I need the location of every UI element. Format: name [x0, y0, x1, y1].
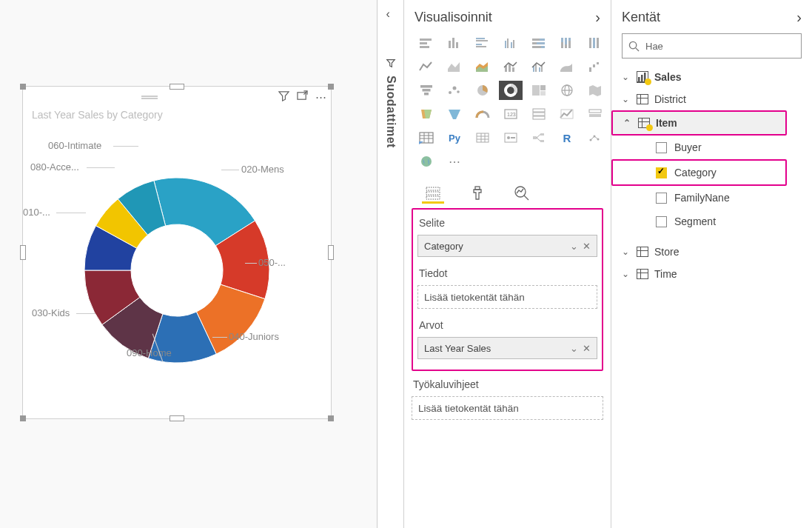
svg-rect-51 [532, 85, 540, 96]
search-icon [628, 41, 640, 52]
r-visual-icon[interactable]: R [555, 128, 579, 147]
fields-tab[interactable] [422, 183, 444, 204]
ribbon-chart-icon[interactable] [555, 57, 579, 76]
key-influencers-icon[interactable] [499, 128, 523, 147]
checkbox-unchecked-icon[interactable] [656, 216, 667, 227]
shape-map-icon[interactable] [415, 104, 438, 124]
stacked-area-icon[interactable] [471, 57, 494, 76]
legend-well-label: Selite [417, 214, 597, 235]
filters-icon [386, 58, 396, 68]
treemap-icon[interactable] [527, 81, 551, 100]
donut-chart-visual[interactable]: ⋯ Last Year Sales by Category 020-Mens 0… [22, 86, 332, 419]
chevron-down-icon[interactable]: ⌄ [570, 241, 578, 252]
remove-icon[interactable]: ✕ [583, 241, 591, 252]
highlighted-item-table: ⌃ Item [611, 110, 787, 136]
more-visuals-icon[interactable]: ⋯ [443, 152, 466, 171]
stacked-bar-icon[interactable] [415, 33, 438, 53]
svg-rect-14 [513, 40, 514, 48]
expand-filters-icon[interactable]: ‹ [386, 7, 395, 21]
funnel-chart-icon[interactable] [443, 104, 466, 124]
stacked-bar-100-icon[interactable] [527, 33, 551, 53]
table-icon [637, 269, 648, 279]
scatter-icon[interactable] [443, 81, 466, 100]
analytics-tab[interactable] [511, 183, 533, 204]
hundred-stacked-bar-icon[interactable] [583, 33, 607, 53]
checkbox-unchecked-icon[interactable] [656, 142, 667, 153]
filters-pane-label: Suodattimet [384, 76, 397, 148]
field-familyname[interactable]: FamilyNane [611, 186, 812, 210]
format-tab[interactable] [466, 183, 489, 204]
table-visual-icon[interactable] [415, 128, 438, 147]
svg-rect-20 [541, 46, 545, 48]
resize-handle[interactable] [170, 84, 184, 90]
checkbox-checked-icon[interactable] [656, 167, 667, 178]
focus-mode-icon[interactable] [297, 90, 308, 104]
filled-map-icon[interactable] [583, 81, 607, 100]
field-label: FamilyNane [674, 192, 730, 204]
donut-icon[interactable] [499, 81, 523, 100]
legend-well-item[interactable]: Category ⌄ ✕ [417, 235, 597, 257]
table-district[interactable]: ⌄ District [611, 88, 812, 110]
stacked-column-100-icon[interactable] [555, 33, 579, 53]
area-chart-icon[interactable] [443, 57, 466, 76]
collapse-pane-icon[interactable]: › [595, 9, 600, 26]
tooltips-well-empty[interactable]: Lisää tietokentät tähän [412, 396, 603, 420]
svg-rect-38 [539, 67, 540, 72]
filter-icon[interactable] [278, 90, 289, 104]
collapse-pane-icon[interactable]: › [796, 9, 802, 26]
field-buyer[interactable]: Buyer [611, 136, 812, 159]
svg-rect-72 [477, 133, 489, 142]
table-item[interactable]: ⌃ Item [613, 112, 785, 134]
qa-visual-icon[interactable] [583, 128, 607, 147]
svg-rect-9 [476, 44, 482, 45]
python-visual-icon[interactable]: Py [443, 128, 466, 147]
resize-handle[interactable] [20, 84, 26, 90]
resize-handle[interactable] [328, 84, 334, 90]
field-segment[interactable]: Segment [611, 210, 812, 233]
svg-rect-7 [476, 38, 485, 39]
slicer-icon[interactable] [583, 104, 607, 124]
details-well-empty[interactable]: Lisää tietokentät tähän [417, 285, 597, 309]
fields-search-input[interactable]: Hae [622, 33, 802, 59]
kpi-icon[interactable] [555, 104, 579, 124]
line-clustered-column-icon[interactable] [527, 57, 551, 76]
filters-pane-collapsed[interactable]: ‹ Suodattimet [378, 0, 404, 528]
table-sales[interactable]: ⌄ Sales [611, 66, 812, 88]
svg-rect-99 [638, 77, 640, 81]
table-time[interactable]: ⌄ Time [611, 263, 812, 285]
drag-grip-icon[interactable] [141, 96, 158, 99]
gauge-icon[interactable] [471, 104, 494, 124]
card-icon[interactable]: 123 [499, 104, 523, 124]
arcgis-icon[interactable] [415, 152, 438, 171]
table-icon [637, 71, 648, 83]
svg-line-84 [537, 138, 540, 141]
legend-field-name: Category [424, 241, 463, 252]
report-canvas[interactable]: ⋯ Last Year Sales by Category 020-Mens 0… [0, 0, 378, 528]
svg-rect-53 [540, 91, 546, 96]
clustered-bar-icon[interactable] [471, 33, 494, 53]
decomposition-tree-icon[interactable] [527, 128, 551, 147]
matrix-icon[interactable] [471, 128, 494, 147]
table-store[interactable]: ⌄ Store [611, 241, 812, 263]
multi-row-card-icon[interactable] [527, 104, 551, 124]
funnel-icon[interactable] [415, 81, 438, 100]
line-stacked-column-icon[interactable] [499, 57, 523, 76]
map-icon[interactable] [555, 81, 579, 100]
checkbox-unchecked-icon[interactable] [656, 193, 667, 204]
values-well-item[interactable]: Last Year Sales ⌄ ✕ [417, 337, 597, 359]
stacked-column-icon[interactable] [443, 33, 466, 53]
more-options-icon[interactable]: ⋯ [315, 90, 326, 104]
svg-rect-16 [540, 39, 545, 41]
donut-chart[interactable]: 020-Mens 050-... 040-Juniors 090-Home 03… [23, 124, 331, 417]
field-category[interactable]: Category [613, 161, 785, 184]
line-chart-icon[interactable] [415, 57, 438, 76]
remove-icon[interactable]: ✕ [583, 343, 591, 354]
visualizations-pane: Visualisoinnit › [404, 0, 611, 528]
waterfall-icon[interactable] [583, 57, 607, 76]
table-label: District [654, 93, 686, 105]
pie-icon[interactable] [471, 81, 494, 100]
svg-rect-62 [533, 116, 545, 119]
clustered-column-icon[interactable] [499, 33, 523, 53]
svg-rect-35 [512, 67, 514, 72]
chevron-down-icon[interactable]: ⌄ [570, 343, 578, 354]
